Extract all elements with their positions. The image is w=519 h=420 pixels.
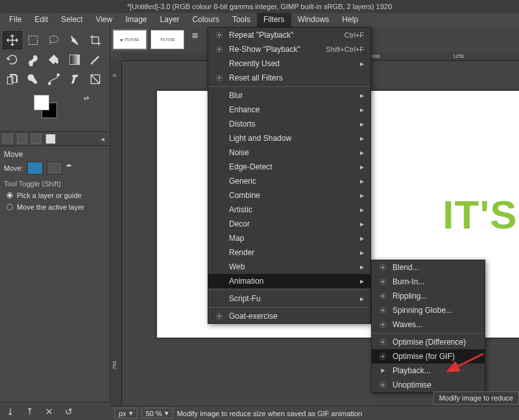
fuzzy-select-tool[interactable] xyxy=(65,31,84,49)
filters-item-16[interactable]: Render▸ xyxy=(208,245,370,260)
unit-select[interactable]: px▾ xyxy=(114,408,138,419)
animation-item-9[interactable]: Unoptimise xyxy=(372,378,485,392)
filters-item-11[interactable]: Generic▸ xyxy=(208,174,370,188)
animation-item-2[interactable]: Rippling... xyxy=(372,289,485,303)
menu-view[interactable]: View xyxy=(89,13,119,27)
dock-tab-1[interactable] xyxy=(3,134,13,144)
warp-tool[interactable] xyxy=(23,51,43,69)
filters-item-12[interactable]: Combine▸ xyxy=(208,188,370,203)
animation-item-6[interactable]: Optimise (Difference) xyxy=(372,335,485,349)
animation-item-1[interactable]: Burn-In... xyxy=(372,275,485,289)
dock-tab-3[interactable] xyxy=(31,134,42,144)
rotate-tool[interactable] xyxy=(3,51,22,69)
clone-tool[interactable] xyxy=(3,70,22,88)
swap-colors-icon[interactable]: ⇄ xyxy=(84,95,89,102)
move-tool[interactable] xyxy=(3,31,22,49)
dock-tab-4[interactable] xyxy=(45,134,56,144)
menu-filters[interactable]: Filters xyxy=(257,13,291,27)
image-tab-2[interactable]: ITS FOSS xyxy=(151,30,184,49)
filters-item-5[interactable]: Blur▸ xyxy=(208,88,370,103)
filters-item-22[interactable]: Goat-exercise xyxy=(208,309,370,323)
fg-bg-swatch[interactable]: ⇄ xyxy=(32,93,106,127)
move-mode-selection[interactable] xyxy=(47,162,62,175)
submenu-arrow-icon: ▸ xyxy=(360,234,365,243)
filters-item-label: Light and Shadow xyxy=(225,134,360,143)
animation-item-4[interactable]: Waves... xyxy=(372,317,485,332)
dock-menu-arrow-icon[interactable]: ◂ xyxy=(98,134,107,143)
animation-item-0[interactable]: Blend... xyxy=(372,260,485,275)
filters-item-3[interactable]: Reset all Filters xyxy=(208,71,370,85)
filters-item-13[interactable]: Artistic▸ xyxy=(208,203,370,217)
animation-item-label: Optimise (for GIF) xyxy=(389,352,479,361)
restore-preset-icon[interactable]: ⤒ xyxy=(26,406,34,417)
filters-item-8[interactable]: Light and Shadow▸ xyxy=(208,131,370,145)
filters-item-15[interactable]: Map▸ xyxy=(208,231,370,245)
move-mode-path[interactable]: ✒ xyxy=(66,162,82,175)
menu-layer[interactable]: Layer xyxy=(154,13,186,27)
menu-tools[interactable]: Tools xyxy=(226,13,257,27)
animation-item-label: Blend... xyxy=(389,263,479,272)
filters-dropdown: Repeat "Playback"Ctrl+FRe-Show "Playback… xyxy=(208,27,371,324)
submenu-arrow-icon: ▸ xyxy=(360,248,365,257)
smudge-tool[interactable] xyxy=(23,70,43,88)
free-select-tool[interactable] xyxy=(44,31,64,49)
menu-windows[interactable]: Windows xyxy=(291,13,336,27)
toolbox xyxy=(0,27,110,92)
gear-icon xyxy=(377,381,389,389)
zoom-select[interactable]: 50 %▾ xyxy=(141,408,173,419)
filters-item-label: Distorts xyxy=(225,119,360,129)
filters-item-label: Goat-exercise xyxy=(225,312,365,321)
fg-color-swatch[interactable] xyxy=(34,95,49,110)
rect-select-tool[interactable] xyxy=(23,31,43,49)
filters-item-0[interactable]: Repeat "Playback"Ctrl+F xyxy=(208,28,370,42)
filters-item-6[interactable]: Enhance▸ xyxy=(208,103,370,117)
move-label: Move: xyxy=(4,164,23,172)
filters-item-17[interactable]: Web▸ xyxy=(208,260,370,274)
status-text: Modify image to reduce size when saved a… xyxy=(177,410,363,417)
save-preset-icon[interactable]: ⤓ xyxy=(6,406,14,417)
filters-item-9[interactable]: Noise▸ xyxy=(208,145,370,160)
filters-item-7[interactable]: Distorts▸ xyxy=(208,117,370,131)
gear-icon xyxy=(377,352,389,360)
status-bar: px▾ 50 %▾ Modify image to reduce size wh… xyxy=(110,406,519,420)
delete-preset-icon[interactable]: ✕ xyxy=(45,406,53,417)
submenu-arrow-icon: ▸ xyxy=(360,162,365,171)
menu-help[interactable]: Help xyxy=(335,13,365,27)
filters-item-18[interactable]: Animation▸ xyxy=(208,274,370,288)
gradient-tool[interactable] xyxy=(65,51,84,69)
radio-pick-layer[interactable]: Pick a layer or guide xyxy=(4,191,106,199)
reset-preset-icon[interactable]: ↺ xyxy=(65,406,73,417)
dock-tab-2[interactable] xyxy=(17,134,27,144)
radio-move-active[interactable]: Move the active layer xyxy=(4,203,106,211)
radio-dot-on-icon xyxy=(6,192,13,199)
filters-item-10[interactable]: Edge-Detect▸ xyxy=(208,160,370,174)
move-mode-layer[interactable] xyxy=(27,162,43,175)
bucket-fill-tool[interactable] xyxy=(44,51,64,69)
svg-point-2 xyxy=(49,82,51,84)
text-tool[interactable] xyxy=(65,70,84,88)
close-tab-icon[interactable]: ⊠ xyxy=(189,30,200,40)
filters-item-1[interactable]: Re-Show "Playback"Shift+Ctrl+F xyxy=(208,42,370,56)
filters-item-20[interactable]: Script-Fu▸ xyxy=(208,291,370,306)
menu-colours[interactable]: Colours xyxy=(186,13,226,27)
crop-tool[interactable] xyxy=(86,31,105,49)
color-picker-tool[interactable] xyxy=(86,70,105,88)
pencil-tool[interactable] xyxy=(86,51,105,69)
ruler-v-tick: 750 xyxy=(112,361,117,369)
paths-tool[interactable] xyxy=(44,70,64,88)
animation-item-3[interactable]: Spinning Globe... xyxy=(372,303,485,317)
svg-point-13 xyxy=(382,324,384,326)
animation-item-8[interactable]: Playback... xyxy=(372,364,485,378)
play-icon xyxy=(377,367,389,374)
filters-item-2[interactable]: Recently Used▸ xyxy=(208,56,370,71)
menu-image[interactable]: Image xyxy=(119,13,153,27)
menu-file[interactable]: File xyxy=(3,13,28,27)
filters-item-label: Decor xyxy=(225,219,360,229)
image-tab-1[interactable]: ▶ ITS FOSS xyxy=(113,30,147,49)
menu-edit[interactable]: Edit xyxy=(28,13,54,27)
menu-select[interactable]: Select xyxy=(54,13,89,27)
filters-item-14[interactable]: Decor▸ xyxy=(208,217,370,231)
left-panel: ⇄ ◂ Move Move: ✒ Tool Toggle (Shift) Pic… xyxy=(0,27,110,420)
radio-pick-layer-label: Pick a layer or guide xyxy=(17,191,82,199)
animation-item-7[interactable]: Optimise (for GIF) xyxy=(372,349,485,364)
